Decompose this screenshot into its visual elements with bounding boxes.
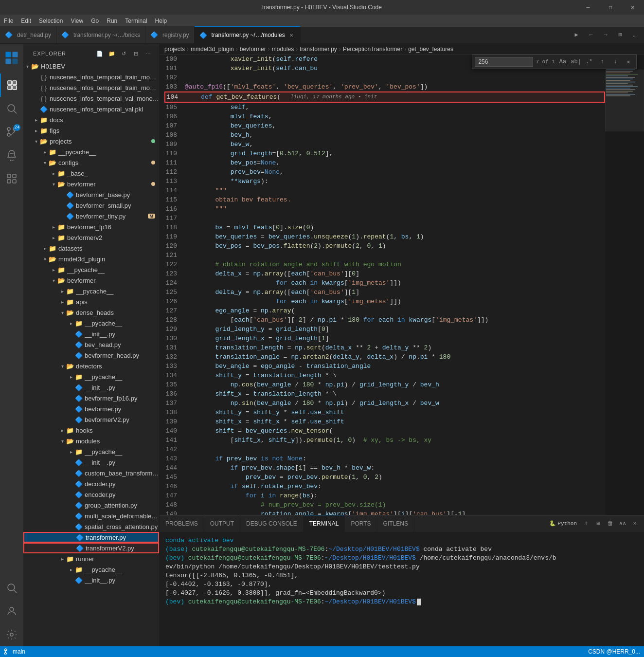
menu-view[interactable]: View	[67, 15, 87, 27]
activity-extensions[interactable]	[0, 167, 23, 190]
sidebar-item-transformerV2[interactable]: 🔷 transformerV2.py	[23, 543, 159, 553]
sidebar-item-base[interactable]: ▸ 📁 _base_	[23, 168, 159, 179]
activity-run-debug[interactable]	[0, 144, 23, 167]
sidebar-item-bevformer-head[interactable]: 🔷 bevformer_head.py	[23, 350, 159, 361]
sidebar-item-docs[interactable]: ▸ 📁 docs	[23, 114, 159, 125]
go-back-button[interactable]: ←	[584, 28, 598, 42]
sidebar-item-datasets[interactable]: ▸ 📁 datasets	[23, 243, 159, 254]
sidebar-item-apis[interactable]: ▸ 📁 apis	[23, 296, 159, 307]
bottom-tab-output[interactable]: OUTPUT	[204, 515, 240, 532]
new-file-button[interactable]: 📄	[95, 49, 105, 58]
activity-search-bottom[interactable]	[0, 576, 23, 600]
sidebar-item-pycache-mmdet[interactable]: ▸ 📁 __pycache__	[23, 264, 159, 275]
more-sidebar-button[interactable]: ⋯	[143, 49, 153, 58]
bottom-tab-ports[interactable]: PORTS	[345, 515, 377, 532]
split-terminal-button[interactable]: ⊞	[593, 518, 604, 529]
breadcrumb-method[interactable]: get_bev_features	[408, 46, 453, 53]
close-panel-button[interactable]: ✕	[629, 518, 640, 529]
regex-button[interactable]: .*	[584, 56, 594, 67]
sidebar-item-pycache-dense[interactable]: ▸ 📁 __pycache__	[23, 318, 159, 328]
activity-account[interactable]	[0, 600, 23, 623]
breadcrumb-transformer-file[interactable]: transformer.py	[300, 46, 337, 53]
tab-close-button[interactable]: ✕	[287, 31, 295, 39]
sidebar-item-custom-base[interactable]: 🔷 custom_base_transformer_layer.py	[23, 468, 159, 478]
sidebar-item-configs[interactable]: ▾ 📂 configs	[23, 157, 159, 168]
collapse-all-button[interactable]: ⊟	[131, 49, 141, 58]
sidebar-item-pycache-bev[interactable]: ▸ 📁 __pycache__	[23, 286, 159, 296]
run-button[interactable]: ▶	[570, 28, 583, 42]
sidebar-item-init-runner[interactable]: 🔷 __init__.py	[23, 575, 159, 585]
new-folder-button[interactable]: 📁	[107, 49, 117, 58]
list-item[interactable]: { } nuscenes_infos_temporal_train_mono3d…	[23, 82, 159, 93]
sidebar-item-runner[interactable]: ▸ 📁 runner	[23, 553, 159, 564]
list-item[interactable]: { } nuscenes_infos_temporal_val_mono3d.c…	[23, 93, 159, 104]
sidebar-item-bev-head[interactable]: 🔷 bev_head.py	[23, 339, 159, 350]
delete-terminal-button[interactable]: 🗑	[605, 518, 616, 529]
breadcrumb-modules[interactable]: modules	[272, 46, 294, 53]
sidebar-item-pycache-runner[interactable]: ▸ 📁 __pycache__	[23, 564, 159, 575]
new-terminal-button[interactable]: +	[581, 518, 591, 529]
activity-settings[interactable]	[0, 623, 23, 646]
close-button[interactable]: ✕	[622, 0, 644, 15]
sidebar-item-pycache-det[interactable]: ▸ 📁 __pycache__	[23, 371, 159, 382]
list-item[interactable]: 🔷 nuscenes_infos_temporal_val.pkl	[23, 104, 159, 114]
sidebar-item-group-attention[interactable]: 🔷 group_attention.py	[23, 500, 159, 511]
activity-search[interactable]	[0, 97, 23, 120]
sidebar-item-bevformer-configs[interactable]: ▾ 📂 bevformer	[23, 179, 159, 189]
breadcrumb-bevformer[interactable]: bevformer	[240, 46, 266, 53]
refresh-button[interactable]: ↺	[119, 49, 129, 58]
sidebar-item-multi-scale[interactable]: 🔷 multi_scale_deformable_attn_function.p…	[23, 511, 159, 521]
tab-detr-head[interactable]: 🔷 detr_head.py	[0, 26, 56, 43]
sidebar-item-figs[interactable]: ▸ 📁 figs	[23, 125, 159, 136]
sidebar-item-transformer-selected[interactable]: 🔷 transformer.py	[23, 532, 159, 543]
minimize-button[interactable]: ─	[577, 0, 599, 15]
sidebar-item-bevformer-plugin[interactable]: ▾ 📂 bevformer	[23, 275, 159, 286]
sidebar-item-dense-heads[interactable]: ▾ 📂 dense_heads	[23, 307, 159, 318]
close-find-button[interactable]: ✕	[623, 56, 634, 67]
sidebar-item-encoder[interactable]: 🔷 encoder.py	[23, 489, 159, 500]
menu-help[interactable]: Help	[151, 15, 171, 27]
sidebar-item-modules[interactable]: ▾ 📂 modules	[23, 436, 159, 446]
sidebar-root[interactable]: ▾ 📂 H01BEV	[23, 61, 159, 72]
whole-word-button[interactable]: ab|	[571, 56, 581, 67]
sidebar-item-bevformer-small[interactable]: 🔷 bevformer_small.py	[23, 200, 159, 211]
find-input[interactable]	[475, 57, 533, 67]
status-branch[interactable]: main	[0, 646, 29, 657]
menu-run[interactable]: Run	[103, 15, 121, 27]
find-next-button[interactable]: ↓	[610, 56, 621, 67]
bottom-tab-terminal[interactable]: TERMINAL	[304, 515, 345, 532]
sidebar-item-bevformer-fp16-file[interactable]: 🔷 bevformer_fp16.py	[23, 393, 159, 403]
tab-transformer-bricks[interactable]: 🔷 transformer.py ~/…/bricks	[56, 26, 145, 43]
breadcrumb-mmdet3d[interactable]: mmdet3d_plugin	[191, 46, 234, 53]
sidebar-item-pycache-mod[interactable]: ▸ 📁 __pycache__	[23, 446, 159, 457]
bottom-tab-gitlens[interactable]: GITLENS	[377, 515, 414, 532]
sidebar-item-init-dense[interactable]: 🔷 __init__.py	[23, 328, 159, 339]
maximize-panel-button[interactable]: ∧∧	[617, 518, 628, 529]
menu-go[interactable]: Go	[87, 15, 103, 27]
sidebar-item-pycache[interactable]: ▸ 📁 __pycache__	[23, 146, 159, 157]
sidebar-item-projects[interactable]: ▾ 📂 projects	[23, 136, 159, 146]
sidebar-item-bevformerV2[interactable]: 🔷 bevformerV2.py	[23, 414, 159, 425]
sidebar-item-init-det[interactable]: 🔷 __init__.py	[23, 382, 159, 393]
sidebar-item-bevformer-py[interactable]: 🔷 bevformer.py	[23, 403, 159, 414]
breadcrumb-projects[interactable]: projects	[164, 46, 185, 53]
list-item[interactable]: { } nuscenes_infos_temporal_train_mono3d…	[23, 72, 159, 82]
sidebar-item-hooks[interactable]: ▸ 📁 hooks	[23, 425, 159, 436]
split-editor-button[interactable]: ⊞	[613, 28, 627, 42]
match-case-button[interactable]: Aa	[557, 56, 568, 67]
sidebar-item-bevformer-base[interactable]: 🔷 bevformer_base.py	[23, 189, 159, 200]
menu-selection[interactable]: Selection	[35, 15, 67, 27]
find-prev-button[interactable]: ↑	[597, 56, 608, 67]
activity-source-control[interactable]: 24	[0, 120, 23, 144]
maximize-button[interactable]: □	[599, 0, 622, 15]
code-editor[interactable]: 100 xavier_init(self.refere 101 xavier_i…	[160, 55, 605, 515]
tab-transformer-modules[interactable]: 🔷 transformer.py ~/…/modules ✕	[195, 26, 301, 43]
bottom-tab-debug[interactable]: DEBUG CONSOLE	[240, 515, 304, 532]
terminal-content[interactable]: conda activate bev (base) cutekaifengqu@…	[160, 532, 644, 646]
sidebar-item-bevformerv2[interactable]: ▸ 📁 bevformerv2	[23, 232, 159, 243]
sidebar-item-spatial-cross[interactable]: 🔷 spatial_cross_attention.py	[23, 521, 159, 532]
bottom-tab-problems[interactable]: PROBLEMS	[160, 515, 204, 532]
menu-terminal[interactable]: Terminal	[121, 15, 151, 27]
sidebar-item-detectors[interactable]: ▾ 📂 detectors	[23, 361, 159, 371]
more-button[interactable]: …	[628, 28, 642, 42]
